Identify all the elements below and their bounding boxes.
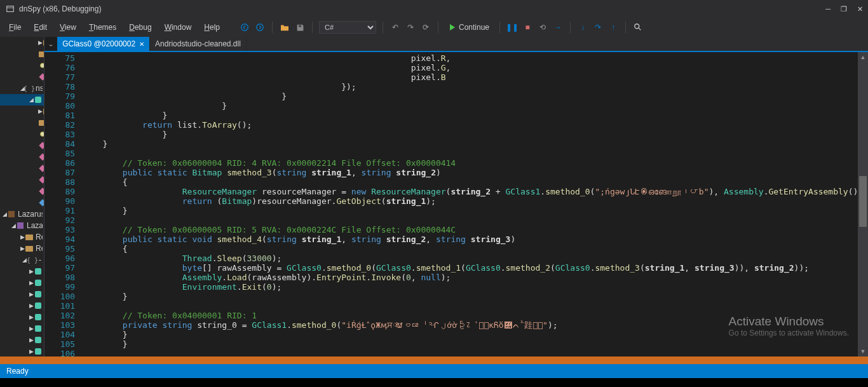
expand-icon[interactable]: ▶	[29, 302, 34, 309]
horizontal-scrollbar[interactable]	[0, 356, 868, 364]
maximize-button[interactable]: ❐	[841, 5, 847, 13]
tree-node[interactable]: smethod_3(s	[0, 174, 44, 186]
tree-node[interactable]: .ctor() : void	[0, 128, 44, 140]
expand-icon[interactable]: ◢	[29, 97, 34, 103]
stop-icon[interactable]: ■	[522, 22, 533, 33]
tree-node[interactable]: string_0 : stri	[0, 197, 44, 208]
class-icon	[34, 278, 43, 287]
node-label: Lazarus (0.0.0.0)	[18, 210, 43, 219]
class-icon	[34, 313, 43, 322]
expand-icon[interactable]: ▶	[29, 325, 34, 332]
method-pink-icon	[38, 175, 44, 184]
scroll-thumb[interactable]	[859, 176, 867, 227]
tree-node[interactable]: ▶Base Types	[0, 105, 44, 117]
scroll-up-arrow[interactable]: ▲	[858, 52, 868, 62]
undo-icon[interactable]: ↶	[390, 22, 401, 33]
step-out-icon[interactable]: ↑	[607, 22, 619, 33]
restart-icon[interactable]: ⟲	[537, 22, 548, 33]
step-next-icon[interactable]: →	[552, 22, 564, 33]
menu-file[interactable]: File	[3, 20, 27, 34]
method-pink-icon	[38, 141, 44, 150]
expand-icon[interactable]: ▶	[29, 314, 34, 320]
menubar: FileEditViewThemesDebugWindowHelp C# ↶ ↷…	[0, 18, 868, 37]
step-into-icon[interactable]: ↓	[577, 22, 588, 33]
code-viewport[interactable]: 7576777879808182838485868788899091929394…	[44, 52, 868, 356]
tree-node[interactable]: ◢Lazarus (0.0.0.0)	[0, 208, 44, 220]
status-bar: Ready	[0, 364, 868, 378]
expand-icon[interactable]: ▶	[20, 234, 25, 240]
expand-icon[interactable]: ◢	[3, 211, 7, 217]
tree-node[interactable]: ▶\u0006 @020000	[0, 346, 44, 356]
doc-well-menu-icon[interactable]: ⌄	[44, 37, 57, 51]
menu-window[interactable]: Window	[158, 20, 198, 34]
nav-back-icon[interactable]	[239, 22, 250, 33]
tree-node[interactable]: ◢Lazarus.exe	[0, 220, 44, 231]
menu-help[interactable]: Help	[198, 20, 226, 34]
svg-point-3	[257, 24, 264, 31]
language-select[interactable]: C#	[319, 21, 376, 34]
step-over-icon[interactable]: ↷	[592, 22, 604, 33]
assembly-explorer[interactable]: ▶Base TypesDerived Type.ctor() : voidsme…	[0, 37, 44, 356]
tree-node[interactable]: smethod_2(B	[0, 163, 44, 174]
expand-icon[interactable]: ▶	[38, 108, 43, 114]
tree-node[interactable]: ▶References	[0, 231, 44, 243]
continue-button[interactable]: Continue	[445, 22, 493, 33]
expand-icon[interactable]: ▶	[29, 337, 34, 343]
tree-node[interactable]: ▶\u0005<\u0005>	[0, 323, 44, 334]
tree-node[interactable]: ◢{ }-	[0, 254, 44, 266]
search-icon[interactable]	[632, 22, 644, 33]
tree-node[interactable]: ◢{ }ns0	[0, 83, 44, 94]
expand-icon[interactable]: ▶	[38, 39, 43, 46]
redo-icon[interactable]: ↷	[405, 22, 416, 33]
vertical-scrollbar[interactable]: ▲ ▼	[858, 52, 868, 356]
expand-icon[interactable]: ▶	[29, 268, 34, 275]
tree-node[interactable]: smethod_0(b	[0, 140, 44, 151]
tree-node[interactable]: ▶Resources	[0, 243, 44, 254]
menu-debug[interactable]: Debug	[123, 20, 158, 34]
menu-themes[interactable]: Themes	[83, 20, 123, 34]
tree-node[interactable]: ▶\u0002\u2000 @	[0, 277, 44, 289]
expand-icon[interactable]: ▶	[29, 291, 34, 297]
tree-node[interactable]: smethod_4(s	[0, 186, 44, 197]
titlebar: dnSpy (x86, Debugging) ─ ❐ ✕	[0, 0, 868, 18]
menu-edit[interactable]: Edit	[27, 20, 53, 34]
svg-point-5	[635, 24, 639, 29]
expand-icon[interactable]: ◢	[11, 222, 16, 229]
tree-node[interactable]: ▶\u0005\u2000 @	[0, 334, 44, 346]
svg-line-6	[639, 28, 641, 31]
scroll-down-arrow[interactable]: ▼	[858, 346, 868, 356]
tab[interactable]: Andriodstudio-cleaned.dll	[150, 37, 247, 51]
node-label: References	[36, 233, 43, 241]
tree-node[interactable]: smethod_1(B	[0, 151, 44, 163]
expand-icon[interactable]: ▶	[29, 348, 34, 355]
minimize-button[interactable]: ─	[825, 5, 831, 13]
tree-node[interactable]: ▶\u0002 @020000	[0, 266, 44, 277]
close-button[interactable]: ✕	[857, 5, 863, 13]
method-pink-icon	[38, 72, 44, 81]
tab-close-icon[interactable]: ✕	[139, 41, 144, 48]
tree-node[interactable]: ▶\u0002\u2001 @	[0, 289, 44, 300]
tree-node[interactable]: ▶Base Types	[0, 37, 44, 48]
tab[interactable]: GClass0 @02000002✕	[57, 37, 150, 51]
refresh-icon[interactable]: ⟳	[420, 22, 431, 33]
nav-forward-icon[interactable]	[254, 22, 266, 33]
code-content[interactable]: pixel.R, pixel.G, pixel.B	[83, 52, 868, 356]
menu-view[interactable]: View	[53, 20, 83, 34]
tree-node[interactable]: ▶\u0003 @020000	[0, 300, 44, 311]
tree-node[interactable]: ◢GClass0 @02000	[0, 94, 44, 105]
tree-node[interactable]: ▶\u0003\u2000 @	[0, 311, 44, 323]
tree-node[interactable]: smethod_0(s	[0, 71, 44, 83]
tree-node[interactable]: Derived Type	[0, 117, 44, 128]
folder-icon	[25, 244, 34, 253]
expand-icon[interactable]: ▶	[20, 245, 25, 252]
tree-node[interactable]: Derived Type	[0, 48, 44, 60]
method-icon	[38, 130, 44, 139]
node-label: Resources	[36, 244, 43, 253]
save-icon[interactable]	[294, 22, 306, 33]
folder-icon	[38, 50, 44, 58]
tab-bar: ⌄ GClass0 @02000002✕Andriodstudio-cleane…	[44, 37, 868, 52]
pause-icon[interactable]: ❚❚	[506, 22, 518, 33]
open-icon[interactable]	[279, 22, 290, 33]
tree-node[interactable]: .ctor() : void	[0, 60, 44, 71]
expand-icon[interactable]: ▶	[29, 280, 34, 286]
